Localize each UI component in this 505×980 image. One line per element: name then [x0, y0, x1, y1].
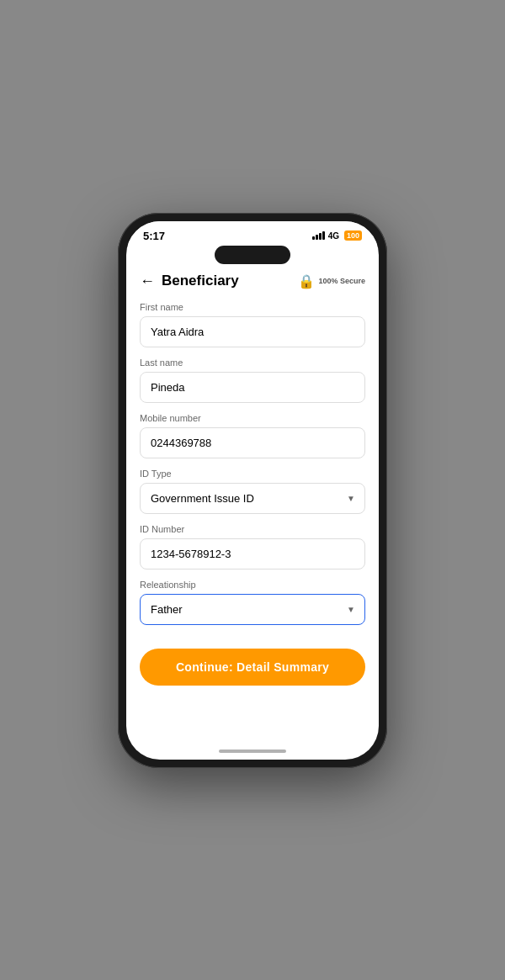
mobile-number-group: Mobile number — [140, 413, 365, 458]
phone-screen: 5:17 4G 100 ← Beneficiary — [126, 221, 379, 760]
mobile-label: Mobile number — [140, 413, 365, 423]
first-name-group: First name — [140, 302, 365, 347]
status-icons: 4G 100 — [312, 230, 362, 241]
continue-button[interactable]: Continue: Detail Summary — [140, 649, 365, 686]
last-name-group: Last name — [140, 358, 365, 403]
secure-badge: 🔒 100% Secure — [298, 273, 365, 289]
id-type-select[interactable]: Government Issue ID Passport Driver's Li… — [140, 483, 365, 514]
header-left: ← Beneficiary — [140, 273, 239, 290]
relationship-label: Releationship — [140, 580, 365, 590]
id-number-group: ID Number — [140, 524, 365, 569]
status-bar: 5:17 4G 100 — [126, 221, 379, 246]
first-name-input[interactable] — [140, 316, 365, 347]
secure-label: 100% Secure — [318, 277, 365, 286]
battery-icon: 100 — [344, 230, 362, 241]
id-number-input[interactable] — [140, 538, 365, 569]
id-number-label: ID Number — [140, 524, 365, 534]
mobile-input[interactable] — [140, 427, 365, 458]
home-indicator — [126, 743, 379, 760]
id-type-group: ID Type Government Issue ID Passport Dri… — [140, 469, 365, 514]
relationship-select[interactable]: Father Mother Spouse Child Sibling — [140, 594, 365, 625]
dynamic-island — [215, 246, 290, 264]
id-type-label: ID Type — [140, 469, 365, 479]
page-title: Beneficiary — [162, 273, 239, 289]
relationship-group: Releationship Father Mother Spouse Child… — [140, 580, 365, 625]
signal-icon — [312, 231, 325, 240]
page-header: ← Beneficiary 🔒 100% Secure — [126, 266, 379, 299]
last-name-input[interactable] — [140, 372, 365, 403]
first-name-label: First name — [140, 302, 365, 312]
lock-icon: 🔒 — [298, 273, 315, 289]
home-bar — [219, 750, 286, 753]
phone-frame: 5:17 4G 100 ← Beneficiary — [118, 213, 387, 768]
last-name-label: Last name — [140, 358, 365, 368]
back-button[interactable]: ← — [140, 273, 155, 290]
status-time: 5:17 — [143, 230, 165, 242]
relationship-select-wrapper: Father Mother Spouse Child Sibling ▼ — [140, 594, 365, 625]
id-type-select-wrapper: Government Issue ID Passport Driver's Li… — [140, 483, 365, 514]
form-content: First name Last name Mobile number ID Ty… — [126, 299, 379, 743]
network-label: 4G — [328, 231, 339, 241]
